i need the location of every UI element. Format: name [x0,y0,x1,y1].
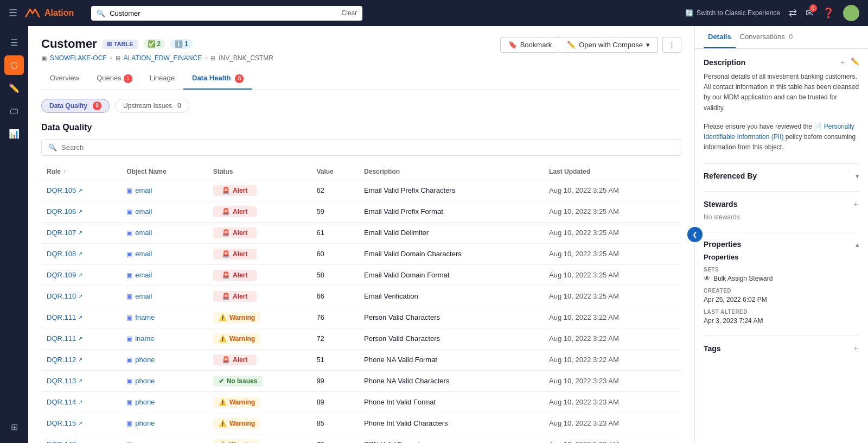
referenced-by-title: Referenced By [704,172,757,180]
col-object-name[interactable]: Object Name [121,163,207,180]
properties-collapse-icon[interactable]: ▴ [856,241,859,249]
rule-link[interactable]: DQR.114 ↗ [47,398,116,406]
tab-overview[interactable]: Overview [41,68,88,90]
object-link[interactable]: phone [135,398,155,406]
rule-link[interactable]: DQR.143 ↗ [47,440,116,443]
rule-link[interactable]: DQR.109 ↗ [47,271,116,279]
status-icon: ⚠️ [219,420,227,427]
value-cell: 76 [311,307,359,328]
sidebar-item-home[interactable]: ⬡ [4,55,24,75]
object-link[interactable]: email [135,229,152,237]
description-cell: Person Valid Characters [359,307,544,328]
value-cell: 51 [311,349,359,370]
app-logo[interactable]: Alation [24,8,74,18]
object-link[interactable]: phone [135,356,155,364]
chevron-down-icon: ▾ [646,41,650,49]
col-last-updated[interactable]: Last Updated [544,163,681,180]
compare-icon[interactable]: ⇄ [789,7,797,19]
object-link[interactable]: email [135,186,152,194]
col-description[interactable]: Description [359,163,544,180]
table-row: DQR.105 ↗ ▣ email 🚨 Alert 62 Email Valid… [41,180,681,201]
description-cell: Email Valid Delimiter [359,222,544,243]
col-status[interactable]: Status [208,163,311,180]
description-edit-icon[interactable]: ✏️ [851,58,859,67]
status-icon: 🚨 [222,208,230,216]
search-bar[interactable]: 🔍 Clear [91,6,362,21]
status-icon: ⚠️ [219,314,227,321]
open-compose-button[interactable]: ✏️ Open with Compose ▾ [559,37,658,53]
switch-experience-button[interactable]: 🔄 Switch to Classic Experience [685,9,780,17]
data-quality-search-input[interactable] [61,143,674,151]
object-link[interactable]: phone [135,419,155,427]
tags-add-icon[interactable]: ＋ [852,344,859,353]
description-add-icon[interactable]: ＋ [839,58,846,67]
document-icon: 📄 [814,123,824,130]
object-link[interactable]: phone [135,377,155,385]
sidebar-item-grid[interactable]: ⊞ [4,417,24,436]
rule-cell: DQR.115 ↗ [41,413,121,434]
section-divider-2 [704,191,859,192]
stewards-header: Stewards ＋ [704,199,859,209]
rule-link[interactable]: DQR.106 ↗ [47,207,116,216]
tags-title: Tags [704,344,721,353]
rule-cell: DQR.143 ↗ [41,434,121,443]
sidebar-item-menu[interactable]: ☰ [4,33,24,52]
data-quality-search[interactable]: 🔍 [41,139,681,156]
rule-link[interactable]: DQR.107 ↗ [47,229,116,237]
value-cell: 59 [311,201,359,222]
top-navigation: ☰ Alation 🔍 Clear 🔄 Switch to Classic Ex… [0,0,868,26]
status-badge: ⚠️ Warning [213,397,261,408]
stewards-add-icon[interactable]: ＋ [852,199,859,209]
description-cell: Phone Int Valid Characters [359,413,544,434]
object-link[interactable]: email [135,292,152,300]
more-options-button[interactable]: ⋮ [662,37,681,53]
page-title-row: Customer ⊞ TABLE ✅ 2 ℹ️ 1 [41,37,273,51]
rule-link[interactable]: DQR.113 ↗ [47,377,116,385]
table-row: DQR.108 ↗ ▣ email 🚨 Alert 60 Email Valid… [41,243,681,264]
tab-lineage[interactable]: Lineage [141,68,183,90]
user-avatar[interactable] [843,5,859,21]
rule-link[interactable]: DQR.105 ↗ [47,186,116,194]
referenced-by-collapse-icon[interactable]: ▾ [856,172,859,180]
col-value[interactable]: Value [311,163,359,180]
table-row: DQR.111 ↗ ▣ fname ⚠️ Warning 76 Person V… [41,307,681,328]
bookmark-button[interactable]: 🔖 Bookmark [500,37,560,53]
properties-subtitle: Properties [704,253,738,261]
help-icon[interactable]: ❓ [822,7,834,19]
sidebar-item-edit[interactable]: ✏️ [4,78,24,98]
sidebar-item-catalog[interactable]: 🗃 [4,101,24,121]
status-cell: 🚨 Alert [208,286,311,307]
sidebar-item-queries[interactable]: 📊 [4,124,24,143]
rule-link[interactable]: DQR.111 ↗ [47,313,116,321]
last-updated-cell: Aug 10, 2022 3:22 AM [544,349,681,370]
data-quality-section: Data Quality 🔍 Rule ↑ Object Name Status… [41,123,681,444]
status-badge: 🚨 Alert [213,249,257,260]
rule-link[interactable]: DQR.112 ↗ [47,356,116,364]
sub-tab-data-quality[interactable]: Data Quality 8 [41,99,110,113]
object-link[interactable]: fname [135,313,155,321]
rule-link[interactable]: DQR.108 ↗ [47,250,116,258]
hamburger-icon[interactable]: ☰ [9,7,17,19]
search-input[interactable] [110,9,337,17]
status-icon: 🚨 [222,356,230,364]
object-link[interactable]: email [135,207,152,216]
tab-data-health[interactable]: Data Health 8 [183,68,252,90]
notifications-icon[interactable]: ✉ 5 [806,7,814,19]
col-rule[interactable]: Rule ↑ [41,163,121,180]
data-quality-title: Data Quality [41,123,681,132]
rule-link[interactable]: DQR.111 ↗ [47,334,116,343]
object-link[interactable]: lname [135,334,154,343]
clear-search-button[interactable]: Clear [342,9,358,17]
panel-tab-conversations[interactable]: Conversations 0 [736,26,797,48]
last-altered-label: LAST ALTERED [704,309,859,315]
panel-tab-details[interactable]: Details [704,26,736,48]
sub-tab-upstream-issues[interactable]: Upstream Issues 0 [115,99,189,113]
object-link[interactable]: email [135,271,152,279]
left-sidebar: ☰ ⬡ ✏️ 🗃 📊 ⊞ [0,26,28,443]
object-link[interactable]: email [135,250,152,258]
tab-queries[interactable]: Queries1 [88,68,141,90]
rule-link[interactable]: DQR.115 ↗ [47,419,116,427]
panel-toggle-button[interactable]: ❮ [687,227,703,242]
rule-link[interactable]: DQR.110 ↗ [47,292,116,300]
object-link[interactable]: ssn [135,440,146,443]
